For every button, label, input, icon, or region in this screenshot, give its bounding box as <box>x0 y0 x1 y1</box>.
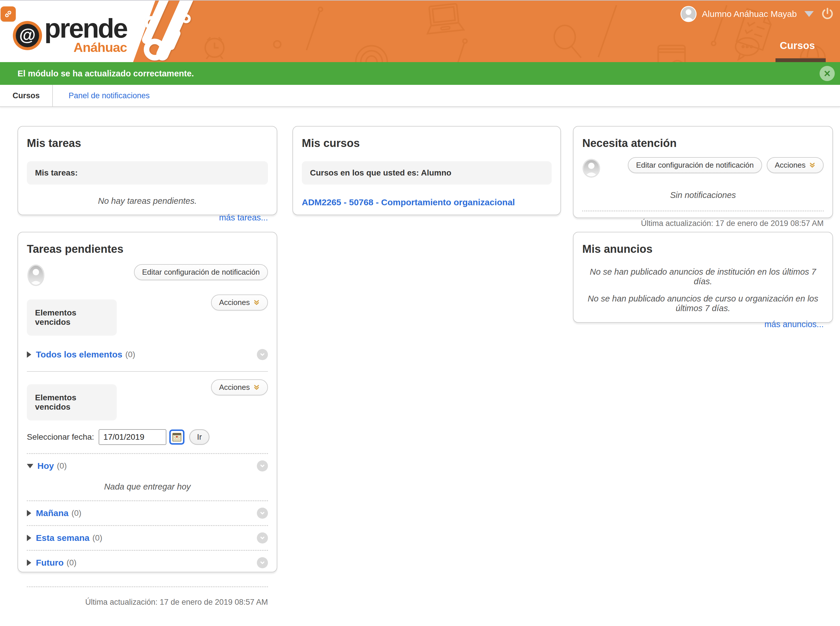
tab-bar: Cursos Panel de notificaciones <box>0 85 840 107</box>
acciones-button-1[interactable]: Acciones <box>211 294 268 310</box>
header-nav-cursos[interactable]: Cursos <box>780 40 815 51</box>
double-chevron-down-icon <box>809 162 815 169</box>
necesita-empty-text: Sin notificaciones <box>582 190 824 200</box>
card-mis-cursos: Mis cursos Cursos en los que usted es: A… <box>292 126 561 215</box>
acciones-button[interactable]: Acciones <box>767 157 824 173</box>
page-title-mis-tareas: Mis tareas <box>27 137 268 150</box>
mis-tareas-subheader: Mis tareas: <box>27 161 268 185</box>
page-title-mis-anuncios: Mis anuncios <box>582 243 824 255</box>
banner-message: El módulo se ha actualizado correctament… <box>0 69 194 78</box>
avatar <box>27 264 45 286</box>
divider <box>27 586 268 587</box>
hoy-empty-text: Nada que entregar hoy <box>27 482 268 491</box>
futuro-label: Futuro <box>36 558 64 568</box>
app-logo: @ prende Anáhuac <box>13 16 127 55</box>
mas-anuncios-link[interactable]: más anuncios... <box>582 319 824 329</box>
date-input[interactable] <box>99 429 166 445</box>
logo-sub-text: Anáhuac <box>74 40 127 55</box>
double-chevron-down-icon <box>253 299 260 306</box>
avatar <box>582 157 600 179</box>
chevron-circle-icon[interactable] <box>257 460 268 471</box>
expand-arrow-icon <box>27 351 31 358</box>
last-updated: Última actualización: 17 de enero de 201… <box>582 219 824 228</box>
hoy-count: (0) <box>57 461 67 471</box>
logo-at-glyph: @ <box>16 24 39 47</box>
acciones-label: Acciones <box>775 161 806 170</box>
card-tareas-pendientes: Tareas pendientes Editar configuración d… <box>17 232 277 572</box>
chevron-circle-icon[interactable] <box>257 508 268 519</box>
esta-semana-row[interactable]: Esta semana (0) <box>27 526 268 550</box>
acciones-label: Acciones <box>219 298 250 307</box>
course-link[interactable]: ADM2265 - 50768 - Comportamiento organiz… <box>302 197 552 207</box>
acciones-button-2[interactable]: Acciones <box>211 379 268 395</box>
page-title-necesita-atencion: Necesita atención <box>582 137 824 150</box>
manana-label: Mañana <box>36 508 69 518</box>
mis-cursos-subheader: Cursos en los que usted es: Alumno <box>302 161 552 185</box>
avatar <box>680 6 697 22</box>
power-icon[interactable] <box>820 7 835 22</box>
edit-notification-settings-label: Editar configuración de notificación <box>636 161 754 170</box>
double-chevron-down-icon <box>253 384 260 391</box>
manana-count: (0) <box>72 509 82 518</box>
logo-at-icon: @ <box>13 21 42 50</box>
logo-text: prende Anáhuac <box>44 16 127 55</box>
expand-arrow-icon <box>27 510 31 516</box>
futuro-row[interactable]: Futuro (0) <box>27 551 268 575</box>
close-icon[interactable]: × <box>820 66 835 81</box>
anuncios-line1: No se han publicado anuncios de instituc… <box>582 267 824 286</box>
todos-los-elementos-row[interactable]: Todos los elementos (0) <box>27 343 268 366</box>
todos-los-elementos-count: (0) <box>125 350 135 359</box>
collapse-arrow-icon <box>27 464 33 468</box>
esta-semana-label: Esta semana <box>36 533 89 543</box>
page-title-mis-cursos: Mis cursos <box>302 137 552 150</box>
card-necesita-atencion: Necesita atención Editar configuración d… <box>573 126 833 218</box>
tab-panel-notificaciones[interactable]: Panel de notificaciones <box>53 85 165 106</box>
section-header-elementos-vencidos-2: Elementos vencidos <box>27 384 117 421</box>
date-label: Seleccionar fecha: <box>27 432 94 442</box>
hoy-row[interactable]: Hoy (0) <box>27 454 268 478</box>
expand-arrow-icon <box>27 535 31 541</box>
user-menu[interactable]: Alumno Anáhuac Mayab <box>680 6 814 22</box>
edit-notification-settings-label: Editar configuración de notificación <box>142 268 260 277</box>
page-title-tareas-pendientes: Tareas pendientes <box>27 243 268 255</box>
app-header: @ prende Anáhuac Alumno Anáhuac Mayab <box>0 0 840 62</box>
anuncios-line2: No se han publicado anuncios de curso u … <box>582 294 824 313</box>
chevron-circle-icon[interactable] <box>257 532 268 543</box>
chevron-down-icon <box>804 11 814 17</box>
logo-main-text: prende <box>44 16 127 41</box>
divider <box>582 211 824 211</box>
tab-cursos[interactable]: Cursos <box>0 85 53 106</box>
futuro-count: (0) <box>66 558 77 567</box>
nav-active-underline <box>776 58 826 62</box>
manana-row[interactable]: Mañana (0) <box>27 501 268 525</box>
success-banner: El módulo se ha actualizado correctament… <box>0 62 840 85</box>
hoy-label: Hoy <box>38 461 54 471</box>
mis-tareas-empty-text: No hay tareas pendientes. <box>27 196 268 206</box>
section-header-elementos-vencidos-1: Elementos vencidos <box>27 299 117 336</box>
expand-arrow-icon <box>27 560 31 566</box>
card-mis-tareas: Mis tareas Mis tareas: No hay tareas pen… <box>17 126 277 215</box>
go-button[interactable]: Ir <box>189 429 210 445</box>
todos-los-elementos-label: Todos los elementos <box>36 350 122 360</box>
acciones-label: Acciones <box>219 383 250 392</box>
link-icon[interactable] <box>1 6 16 22</box>
chevron-circle-icon[interactable] <box>257 349 268 360</box>
edit-notification-settings-button[interactable]: Editar configuración de notificación <box>134 264 268 280</box>
calendar-icon[interactable] <box>169 429 184 444</box>
chevron-circle-icon[interactable] <box>257 557 268 568</box>
last-updated: Última actualización: 17 de enero de 201… <box>27 598 268 607</box>
edit-notification-settings-button[interactable]: Editar configuración de notificación <box>628 157 762 173</box>
card-mis-anuncios: Mis anuncios No se han publicado anuncio… <box>573 232 833 323</box>
user-name: Alumno Anáhuac Mayab <box>702 9 797 19</box>
mas-tareas-link[interactable]: más tareas... <box>27 213 268 222</box>
esta-semana-count: (0) <box>92 533 102 543</box>
divider <box>27 371 268 372</box>
